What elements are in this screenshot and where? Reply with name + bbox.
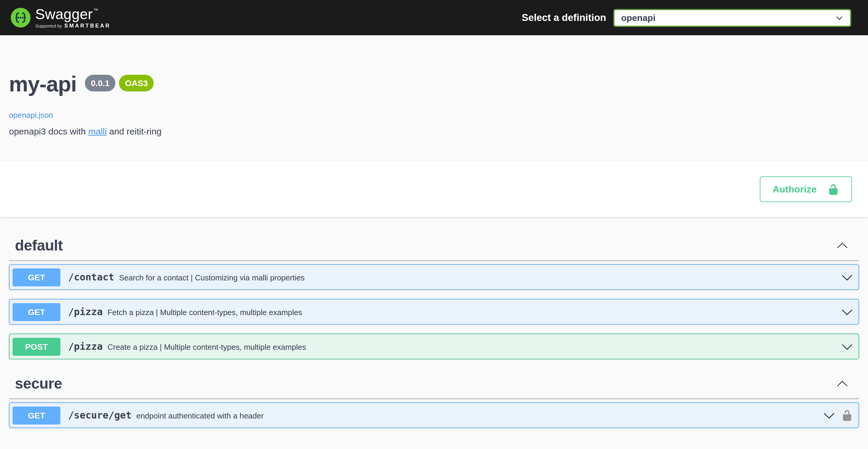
operation-controls [841, 340, 856, 353]
definition-select-value: openapi [621, 12, 655, 23]
operations-group: GET /secure/get endpoint authenticated w… [9, 402, 859, 428]
http-method-badge: GET [12, 303, 60, 321]
api-badges: 0.0.1 OAS3 [85, 75, 154, 91]
topbar: Swagger™ Supported by SMARTBEAR Select a… [0, 0, 868, 35]
operation-summary: endpoint authenticated with a header [136, 411, 264, 420]
select-definition-label: Select a definition [522, 12, 606, 23]
tag-section-secure: secure GET /secure/get endpoint authenti… [9, 368, 859, 428]
authorize-button-label: Authorize [772, 184, 816, 194]
tag-section-default: default GET /contact Search for a contac… [9, 230, 859, 359]
spec-file-link[interactable]: openapi.json [9, 111, 53, 120]
operation-row[interactable]: POST /pizza Create a pizza | Multiple co… [9, 334, 859, 359]
brand-tagline: Supported by SMARTBEAR [35, 23, 111, 28]
unlocked-padlock-icon [841, 409, 853, 421]
tag-name: secure [15, 374, 62, 392]
collapse-section-button[interactable] [836, 377, 848, 389]
api-description: openapi3 docs with malli and reitit-ring [9, 126, 859, 136]
description-suffix: and reitit-ring [107, 126, 161, 136]
brand-block: Swagger™ Supported by SMARTBEAR [35, 7, 111, 28]
description-prefix: openapi3 docs with [9, 126, 88, 136]
supported-by-text: Supported by [35, 24, 62, 28]
operation-summary: Search for a contact | Customizing via m… [119, 273, 305, 282]
api-title-text: my-api [9, 71, 76, 97]
definition-select[interactable]: openapi [613, 9, 851, 27]
scheme-container: Authorize [0, 161, 868, 217]
chevron-up-icon [836, 377, 848, 389]
expand-operation-button[interactable] [841, 271, 853, 283]
http-method-badge: GET [12, 268, 60, 286]
tag-header[interactable]: default [9, 230, 859, 261]
operation-row[interactable]: GET /secure/get endpoint authenticated w… [9, 402, 859, 428]
info-section: my-api 0.0.1 OAS3 openapi.json openapi3 … [0, 35, 868, 161]
expand-operation-button[interactable] [823, 409, 835, 421]
swagger-logo-icon [11, 8, 30, 28]
operation-summary: Fetch a pizza | Multiple content-types, … [107, 308, 302, 317]
expand-operation-button[interactable] [841, 306, 853, 318]
operation-path: /secure/get [68, 410, 131, 421]
trademark-symbol: ™ [93, 7, 98, 13]
operation-summary: Create a pizza | Multiple content-types,… [107, 342, 306, 351]
http-method-badge: GET [12, 406, 60, 424]
operation-row[interactable]: GET /contact Search for a contact | Cust… [9, 264, 859, 290]
version-badge: 0.0.1 [85, 75, 115, 91]
chevron-down-icon [835, 13, 843, 22]
swagger-logo: Swagger™ Supported by SMARTBEAR [11, 7, 111, 28]
smartbear-wordmark: SMARTBEAR [64, 23, 111, 28]
operation-row[interactable]: GET /pizza Fetch a pizza | Multiple cont… [9, 299, 859, 325]
definition-selector-area: Select a definition openapi [522, 9, 857, 27]
operation-controls [823, 409, 856, 421]
brand-name: Swagger™ [35, 7, 111, 21]
operation-path: /pizza [68, 306, 103, 318]
malli-link[interactable]: malli [88, 126, 107, 136]
operation-controls [841, 306, 856, 318]
chevron-down-icon [841, 271, 853, 283]
authorization-lock-button[interactable] [841, 409, 853, 421]
authorize-button[interactable]: Authorize [760, 176, 852, 202]
tag-header[interactable]: secure [9, 368, 859, 399]
collapse-section-button[interactable] [836, 239, 848, 251]
operations-group: GET /contact Search for a contact | Cust… [9, 264, 859, 359]
chevron-up-icon [836, 239, 848, 251]
operation-path: /contact [68, 271, 114, 283]
swagger-ui-page: Swagger™ Supported by SMARTBEAR Select a… [0, 0, 868, 449]
http-method-badge: POST [12, 337, 60, 355]
api-title: my-api 0.0.1 OAS3 [9, 71, 859, 97]
expand-operation-button[interactable] [841, 340, 853, 353]
chevron-down-icon [823, 409, 835, 421]
chevron-down-icon [841, 306, 853, 318]
oas3-badge: OAS3 [119, 75, 154, 91]
unlocked-padlock-icon [827, 183, 839, 195]
tag-name: default [15, 236, 63, 254]
operations-list: default GET /contact Search for a contac… [0, 230, 868, 428]
chevron-down-icon [841, 340, 853, 353]
operation-path: /pizza [68, 341, 103, 352]
operation-controls [841, 271, 856, 283]
